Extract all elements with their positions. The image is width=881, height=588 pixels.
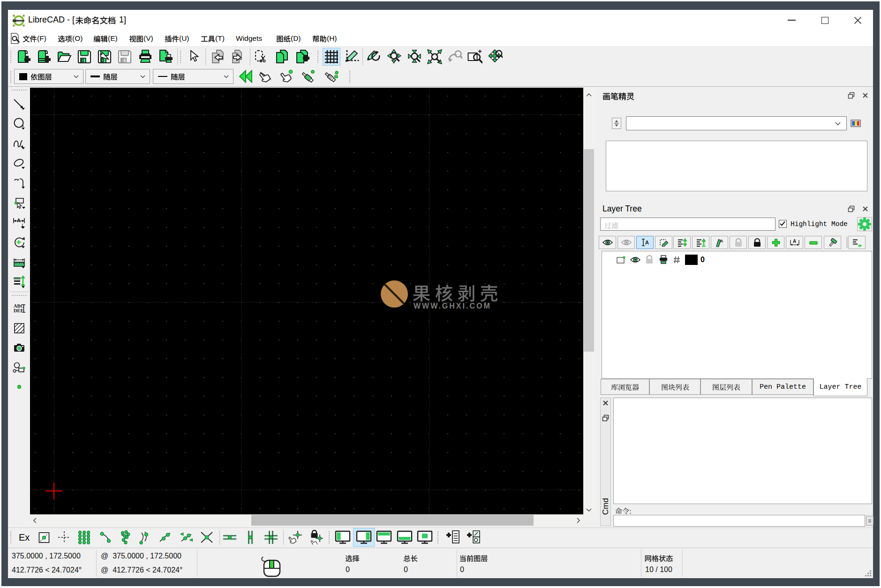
svg-text:DEF: DEF (14, 308, 23, 313)
svg-text:A: A (645, 240, 649, 245)
svg-text:A: A (17, 218, 21, 223)
svg-text:A: A (793, 239, 796, 244)
svg-text:A: A (720, 239, 723, 243)
